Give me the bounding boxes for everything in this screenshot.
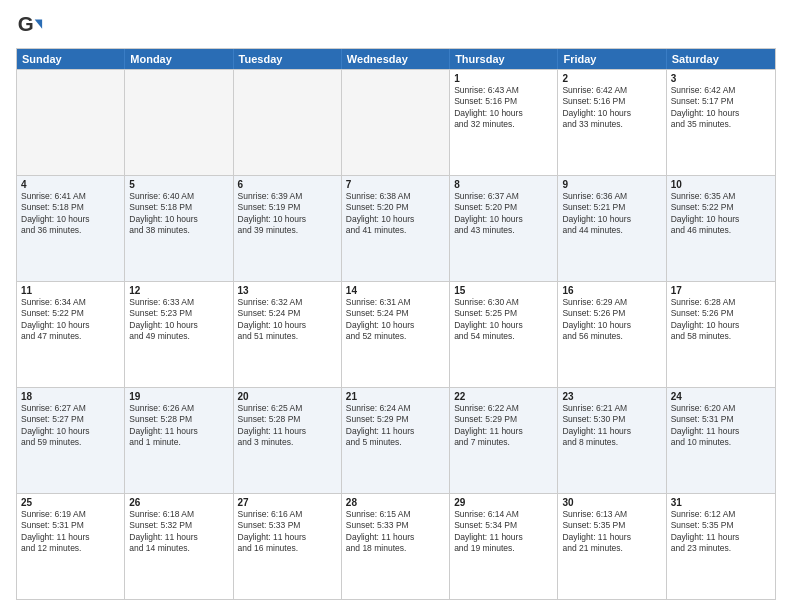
day-cell-2: 2Sunrise: 6:42 AM Sunset: 5:16 PM Daylig… <box>558 70 666 175</box>
svg-text:G: G <box>18 12 34 35</box>
day-info: Sunrise: 6:37 AM Sunset: 5:20 PM Dayligh… <box>454 191 553 237</box>
page: G SundayMondayTuesdayWednesdayThursdayFr… <box>0 0 792 612</box>
day-cell-24: 24Sunrise: 6:20 AM Sunset: 5:31 PM Dayli… <box>667 388 775 493</box>
day-cell-21: 21Sunrise: 6:24 AM Sunset: 5:29 PM Dayli… <box>342 388 450 493</box>
day-cell-7: 7Sunrise: 6:38 AM Sunset: 5:20 PM Daylig… <box>342 176 450 281</box>
logo: G <box>16 12 48 40</box>
week-row-3: 11Sunrise: 6:34 AM Sunset: 5:22 PM Dayli… <box>17 281 775 387</box>
day-info: Sunrise: 6:36 AM Sunset: 5:21 PM Dayligh… <box>562 191 661 237</box>
day-cell-5: 5Sunrise: 6:40 AM Sunset: 5:18 PM Daylig… <box>125 176 233 281</box>
day-number: 16 <box>562 285 661 296</box>
day-cell-16: 16Sunrise: 6:29 AM Sunset: 5:26 PM Dayli… <box>558 282 666 387</box>
day-cell-4: 4Sunrise: 6:41 AM Sunset: 5:18 PM Daylig… <box>17 176 125 281</box>
day-info: Sunrise: 6:38 AM Sunset: 5:20 PM Dayligh… <box>346 191 445 237</box>
day-number: 19 <box>129 391 228 402</box>
day-info: Sunrise: 6:26 AM Sunset: 5:28 PM Dayligh… <box>129 403 228 449</box>
header-day-saturday: Saturday <box>667 49 775 69</box>
day-info: Sunrise: 6:32 AM Sunset: 5:24 PM Dayligh… <box>238 297 337 343</box>
header-day-thursday: Thursday <box>450 49 558 69</box>
day-number: 27 <box>238 497 337 508</box>
day-number: 17 <box>671 285 771 296</box>
header: G <box>16 12 776 40</box>
day-info: Sunrise: 6:22 AM Sunset: 5:29 PM Dayligh… <box>454 403 553 449</box>
calendar-header: SundayMondayTuesdayWednesdayThursdayFrid… <box>17 49 775 69</box>
day-cell-13: 13Sunrise: 6:32 AM Sunset: 5:24 PM Dayli… <box>234 282 342 387</box>
day-number: 9 <box>562 179 661 190</box>
day-cell-30: 30Sunrise: 6:13 AM Sunset: 5:35 PM Dayli… <box>558 494 666 599</box>
day-cell-22: 22Sunrise: 6:22 AM Sunset: 5:29 PM Dayli… <box>450 388 558 493</box>
day-number: 23 <box>562 391 661 402</box>
day-cell-6: 6Sunrise: 6:39 AM Sunset: 5:19 PM Daylig… <box>234 176 342 281</box>
day-info: Sunrise: 6:39 AM Sunset: 5:19 PM Dayligh… <box>238 191 337 237</box>
day-info: Sunrise: 6:21 AM Sunset: 5:30 PM Dayligh… <box>562 403 661 449</box>
calendar: SundayMondayTuesdayWednesdayThursdayFrid… <box>16 48 776 600</box>
logo-icon: G <box>16 12 44 40</box>
day-number: 2 <box>562 73 661 84</box>
day-number: 13 <box>238 285 337 296</box>
day-number: 31 <box>671 497 771 508</box>
day-info: Sunrise: 6:24 AM Sunset: 5:29 PM Dayligh… <box>346 403 445 449</box>
day-info: Sunrise: 6:28 AM Sunset: 5:26 PM Dayligh… <box>671 297 771 343</box>
week-row-4: 18Sunrise: 6:27 AM Sunset: 5:27 PM Dayli… <box>17 387 775 493</box>
day-cell-29: 29Sunrise: 6:14 AM Sunset: 5:34 PM Dayli… <box>450 494 558 599</box>
day-info: Sunrise: 6:19 AM Sunset: 5:31 PM Dayligh… <box>21 509 120 555</box>
day-info: Sunrise: 6:16 AM Sunset: 5:33 PM Dayligh… <box>238 509 337 555</box>
header-day-wednesday: Wednesday <box>342 49 450 69</box>
day-info: Sunrise: 6:15 AM Sunset: 5:33 PM Dayligh… <box>346 509 445 555</box>
day-cell-14: 14Sunrise: 6:31 AM Sunset: 5:24 PM Dayli… <box>342 282 450 387</box>
header-day-friday: Friday <box>558 49 666 69</box>
day-number: 14 <box>346 285 445 296</box>
day-info: Sunrise: 6:14 AM Sunset: 5:34 PM Dayligh… <box>454 509 553 555</box>
day-cell-15: 15Sunrise: 6:30 AM Sunset: 5:25 PM Dayli… <box>450 282 558 387</box>
day-number: 29 <box>454 497 553 508</box>
day-info: Sunrise: 6:31 AM Sunset: 5:24 PM Dayligh… <box>346 297 445 343</box>
day-info: Sunrise: 6:33 AM Sunset: 5:23 PM Dayligh… <box>129 297 228 343</box>
empty-cell <box>342 70 450 175</box>
day-number: 7 <box>346 179 445 190</box>
svg-marker-1 <box>35 19 42 28</box>
day-number: 3 <box>671 73 771 84</box>
day-number: 24 <box>671 391 771 402</box>
day-number: 21 <box>346 391 445 402</box>
day-number: 18 <box>21 391 120 402</box>
day-number: 12 <box>129 285 228 296</box>
day-info: Sunrise: 6:40 AM Sunset: 5:18 PM Dayligh… <box>129 191 228 237</box>
day-cell-18: 18Sunrise: 6:27 AM Sunset: 5:27 PM Dayli… <box>17 388 125 493</box>
day-number: 22 <box>454 391 553 402</box>
day-info: Sunrise: 6:13 AM Sunset: 5:35 PM Dayligh… <box>562 509 661 555</box>
day-number: 1 <box>454 73 553 84</box>
day-info: Sunrise: 6:42 AM Sunset: 5:17 PM Dayligh… <box>671 85 771 131</box>
day-number: 25 <box>21 497 120 508</box>
day-number: 6 <box>238 179 337 190</box>
day-cell-9: 9Sunrise: 6:36 AM Sunset: 5:21 PM Daylig… <box>558 176 666 281</box>
day-cell-10: 10Sunrise: 6:35 AM Sunset: 5:22 PM Dayli… <box>667 176 775 281</box>
day-cell-3: 3Sunrise: 6:42 AM Sunset: 5:17 PM Daylig… <box>667 70 775 175</box>
empty-cell <box>125 70 233 175</box>
day-cell-20: 20Sunrise: 6:25 AM Sunset: 5:28 PM Dayli… <box>234 388 342 493</box>
day-cell-17: 17Sunrise: 6:28 AM Sunset: 5:26 PM Dayli… <box>667 282 775 387</box>
day-cell-27: 27Sunrise: 6:16 AM Sunset: 5:33 PM Dayli… <box>234 494 342 599</box>
day-info: Sunrise: 6:41 AM Sunset: 5:18 PM Dayligh… <box>21 191 120 237</box>
week-row-5: 25Sunrise: 6:19 AM Sunset: 5:31 PM Dayli… <box>17 493 775 599</box>
empty-cell <box>17 70 125 175</box>
day-info: Sunrise: 6:35 AM Sunset: 5:22 PM Dayligh… <box>671 191 771 237</box>
week-row-2: 4Sunrise: 6:41 AM Sunset: 5:18 PM Daylig… <box>17 175 775 281</box>
day-info: Sunrise: 6:18 AM Sunset: 5:32 PM Dayligh… <box>129 509 228 555</box>
day-cell-28: 28Sunrise: 6:15 AM Sunset: 5:33 PM Dayli… <box>342 494 450 599</box>
day-info: Sunrise: 6:25 AM Sunset: 5:28 PM Dayligh… <box>238 403 337 449</box>
header-day-sunday: Sunday <box>17 49 125 69</box>
day-number: 26 <box>129 497 228 508</box>
day-info: Sunrise: 6:34 AM Sunset: 5:22 PM Dayligh… <box>21 297 120 343</box>
day-info: Sunrise: 6:42 AM Sunset: 5:16 PM Dayligh… <box>562 85 661 131</box>
day-info: Sunrise: 6:12 AM Sunset: 5:35 PM Dayligh… <box>671 509 771 555</box>
day-cell-25: 25Sunrise: 6:19 AM Sunset: 5:31 PM Dayli… <box>17 494 125 599</box>
header-day-monday: Monday <box>125 49 233 69</box>
day-info: Sunrise: 6:43 AM Sunset: 5:16 PM Dayligh… <box>454 85 553 131</box>
day-number: 10 <box>671 179 771 190</box>
calendar-body: 1Sunrise: 6:43 AM Sunset: 5:16 PM Daylig… <box>17 69 775 599</box>
day-number: 15 <box>454 285 553 296</box>
day-number: 5 <box>129 179 228 190</box>
day-info: Sunrise: 6:29 AM Sunset: 5:26 PM Dayligh… <box>562 297 661 343</box>
day-cell-12: 12Sunrise: 6:33 AM Sunset: 5:23 PM Dayli… <box>125 282 233 387</box>
day-cell-26: 26Sunrise: 6:18 AM Sunset: 5:32 PM Dayli… <box>125 494 233 599</box>
